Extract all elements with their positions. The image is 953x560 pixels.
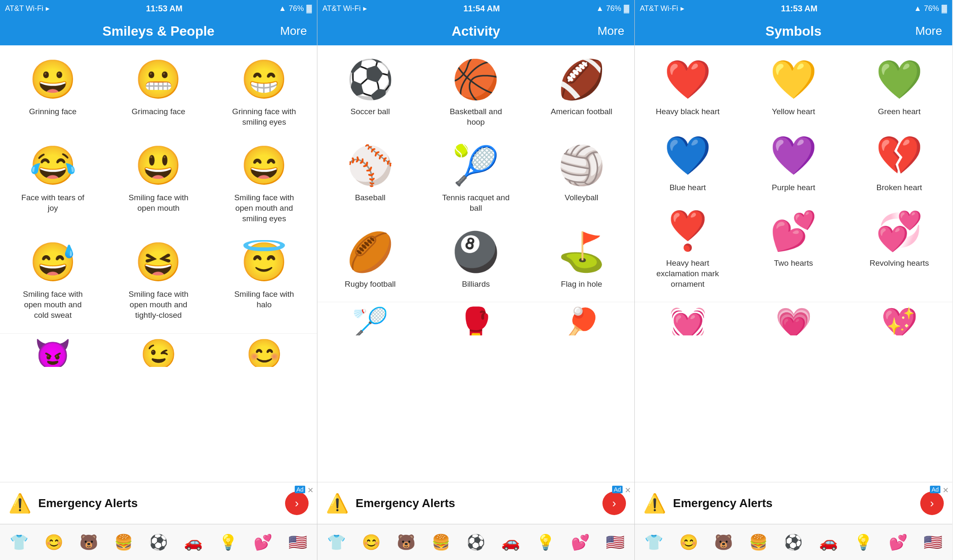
emoji-image: 🎾 [452,142,499,188]
tab-icon-2[interactable]: 🐻 [714,534,733,551]
ad-arrow-button[interactable]: › [602,492,626,515]
tab-icon-1[interactable]: 😊 [45,534,63,551]
close-icon[interactable]: ✕ [943,486,949,495]
ad-banner[interactable]: ⚠️ Emergency Alerts › Ad ✕ [317,482,634,524]
status-bar: AT&T Wi-Fi ▸ 11:53 AM ▲ 76% ▓ [635,0,952,17]
more-button[interactable]: More [280,24,307,38]
tab-icon-4[interactable]: ⚽ [466,534,485,551]
list-item[interactable]: 😅 Smiling face with open mouth and cold … [0,232,106,329]
warning-icon: ⚠️ [8,492,31,514]
tab-icon-5[interactable]: 🚗 [501,534,520,551]
list-item[interactable]: 😁 Grinning face with smiling eyes [211,50,317,136]
tab-icon-2[interactable]: 🐻 [79,534,98,551]
tab-icon-7[interactable]: 💕 [571,534,590,551]
emoji-image: 😁 [241,56,288,102]
tab-icon-5[interactable]: 🚗 [184,534,203,551]
list-item[interactable]: 🏀 Basketball and hoop [423,50,529,136]
list-item[interactable]: 😈 [0,334,106,367]
more-button[interactable]: More [915,24,942,38]
tab-icon-0[interactable]: 👕 [10,534,29,551]
list-item[interactable]: 🏉 Rugby football [317,222,423,298]
tab-icon-6[interactable]: 💡 [219,534,238,551]
list-item[interactable]: 💜 Purple heart [741,126,846,201]
list-item[interactable]: ⚽ Soccer ball [317,50,423,136]
emoji-image: 💜 [770,132,817,178]
tab-icon-6[interactable]: 💡 [536,534,555,551]
emoji-label: Volleyball [565,193,598,203]
status-time: 11:54 AM [463,4,500,13]
list-item[interactable]: 😀 Grinning face [0,50,106,136]
list-item[interactable]: 😉 [106,334,212,367]
list-item[interactable]: 💛 Yellow heart [741,50,846,126]
emoji-label: Baseball [355,193,385,203]
battery-icon: ▓ [306,4,312,13]
list-item[interactable]: 🎱 Billiards [423,222,529,298]
tab-icon-2[interactable]: 🐻 [397,534,416,551]
emoji-image: 😅 [29,239,76,285]
list-item[interactable]: 😬 Grimacing face [106,50,212,136]
emoji-label: Yellow heart [772,107,815,117]
list-item[interactable]: 😊 [211,334,317,367]
tab-icon-4[interactable]: ⚽ [784,534,803,551]
list-item[interactable]: 🏓 [529,302,634,335]
tab-icon-8[interactable]: 🇺🇸 [288,534,307,551]
tab-icon-6[interactable]: 💡 [854,534,873,551]
emoji-label: Revolving hearts [869,258,929,269]
panel-symbols: AT&T Wi-Fi ▸ 11:53 AM ▲ 76% ▓ Symbols Mo… [635,0,952,560]
list-item[interactable]: 🏸 [317,302,423,335]
list-item[interactable]: 😂 Face with tears of joy [0,136,106,232]
page-header: Symbols More [635,17,952,45]
list-item[interactable]: 🏈 American football [529,50,634,136]
emoji-label: Face with tears of joy [17,193,89,213]
list-item[interactable]: 💓 [635,302,741,335]
ad-banner[interactable]: ⚠️ Emergency Alerts › Ad ✕ [635,482,952,524]
list-item[interactable]: 😆 Smiling face with open mouth and tight… [106,232,212,329]
list-item[interactable]: 💙 Blue heart [635,126,741,201]
tab-icon-0[interactable]: 👕 [644,534,663,551]
list-item[interactable]: 😇 Smiling face with halo [211,232,317,329]
emoji-image: 😂 [29,142,76,188]
list-item[interactable]: 💞 Revolving hearts [846,201,952,298]
list-item[interactable]: 🏐 Volleyball [529,136,634,222]
list-item[interactable]: 💗 [741,302,846,335]
tab-icon-8[interactable]: 🇺🇸 [606,534,625,551]
tab-icon-3[interactable]: 🍔 [432,534,450,551]
tab-icon-5[interactable]: 🚗 [819,534,838,551]
tab-icon-7[interactable]: 💕 [889,534,908,551]
tab-icon-3[interactable]: 🍔 [114,534,133,551]
list-item[interactable]: 💕 Two hearts [741,201,846,298]
tab-icon-1[interactable]: 😊 [362,534,381,551]
emoji-label: Grimacing face [132,107,186,117]
list-item[interactable]: ❣️ Heavy heart exclamation mark ornament [635,201,741,298]
tab-icon-8[interactable]: 🇺🇸 [924,534,943,551]
tab-icon-4[interactable]: ⚽ [149,534,168,551]
list-item[interactable]: 🥊 [423,302,529,335]
emoji-image: 💔 [876,132,923,178]
ad-arrow-button[interactable]: › [285,492,309,515]
list-item[interactable]: ⚾ Baseball [317,136,423,222]
list-item[interactable]: 😃 Smiling face with open mouth [106,136,212,232]
list-item[interactable]: 💔 Broken heart [846,126,952,201]
close-icon[interactable]: ✕ [307,486,314,495]
status-left: AT&T Wi-Fi ▸ [322,4,367,13]
close-icon[interactable]: ✕ [625,486,631,495]
tab-icon-1[interactable]: 😊 [679,534,698,551]
list-item[interactable]: 💖 [846,302,952,335]
tab-icon-3[interactable]: 🍔 [749,534,768,551]
ad-title: Emergency Alerts [38,497,278,510]
list-item[interactable]: ⛳ Flag in hole [529,222,634,298]
list-item[interactable]: 🎾 Tennis racquet and ball [423,136,529,222]
tab-icon-0[interactable]: 👕 [327,534,346,551]
tab-bar: 👕😊🐻🍔⚽🚗💡💕🇺🇸 [317,524,634,560]
list-item[interactable]: 😄 Smiling face with open mouth and smili… [211,136,317,232]
tab-icon-7[interactable]: 💕 [254,534,272,551]
list-item[interactable]: 💚 Green heart [846,50,952,126]
list-item[interactable]: ❤️ Heavy black heart [635,50,741,126]
ad-arrow-button[interactable]: › [920,492,944,515]
more-button[interactable]: More [597,24,624,38]
emoji-image: ⚽ [347,56,394,102]
ad-banner[interactable]: ⚠️ Emergency Alerts › Ad ✕ [0,482,317,524]
emoji-label: Flag in hole [561,279,602,290]
location-icon: ▲ [279,4,286,13]
emoji-image: 😀 [29,56,76,102]
